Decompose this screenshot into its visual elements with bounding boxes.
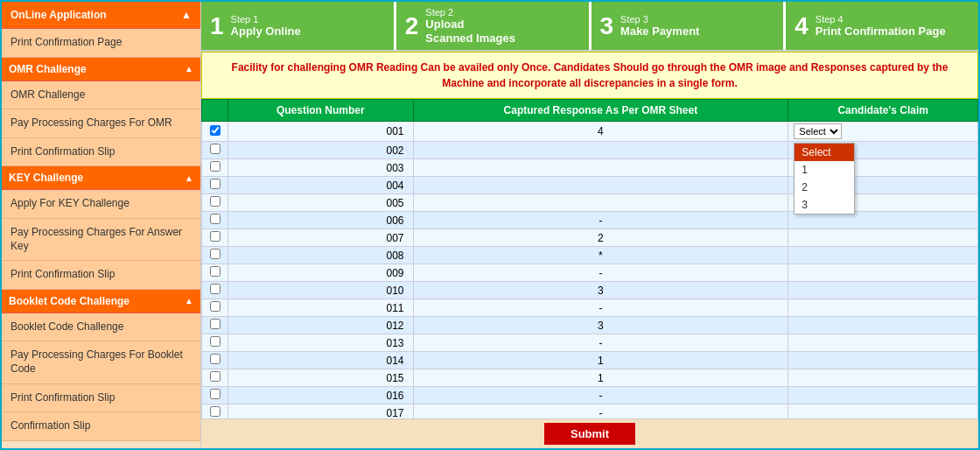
dropdown-option[interactable]: 1 (794, 161, 854, 179)
row-checkbox[interactable] (210, 284, 220, 294)
step-1-text: Step 1 Apply Online (231, 14, 301, 39)
row-checkbox[interactable] (210, 354, 220, 364)
step-4-text: Step 4 Print Confirmation Page (816, 14, 946, 39)
omr-challenge-arrow: ▲ (185, 64, 193, 74)
sidebar-item-print-confirmation-booklet[interactable]: Print Confirmation Slip (2, 384, 200, 413)
col-captured-response: Captured Response As Per OMR Sheet (413, 100, 788, 122)
table-row: 003 (202, 159, 978, 177)
row-checkbox[interactable] (210, 389, 220, 399)
table-row: 013- (202, 334, 978, 352)
candidate-claim[interactable] (788, 334, 978, 352)
table-row: 004 (202, 177, 978, 194)
question-number: 016 (228, 387, 414, 404)
sidebar-item-omr-challenge[interactable]: OMR Challenge (2, 81, 200, 110)
candidate-claim[interactable] (788, 264, 978, 282)
row-checkbox[interactable] (210, 144, 220, 154)
step-3[interactable]: 3 Step 3 Make Payment (592, 2, 787, 50)
dropdown-option[interactable]: 3 (794, 196, 854, 214)
candidate-claim[interactable] (788, 282, 978, 299)
table-row: 0151 (202, 369, 978, 387)
row-checkbox-cell (202, 194, 228, 212)
candidate-claim[interactable] (788, 247, 978, 264)
sidebar-item-confirmation-slip[interactable]: Confirmation Slip (2, 412, 200, 441)
captured-response: 1 (413, 352, 788, 369)
question-number: 001 (228, 122, 414, 142)
candidate-claim[interactable] (788, 404, 978, 418)
question-number: 006 (228, 212, 414, 229)
sidebar-item-pay-processing-omr[interactable]: Pay Processing Charges For OMR (2, 109, 200, 138)
dropdown-option[interactable]: Select (794, 144, 854, 161)
row-checkbox[interactable] (210, 319, 220, 329)
row-checkbox[interactable] (210, 406, 220, 417)
step-1-number: 1 (210, 14, 224, 39)
captured-response (413, 177, 788, 194)
row-checkbox[interactable] (210, 161, 220, 172)
question-number: 017 (228, 404, 414, 418)
table-scroll[interactable]: Question Number Captured Response As Per… (201, 99, 978, 418)
candidate-claim[interactable]: Select123Select123 (788, 122, 978, 142)
submit-button[interactable]: Submit (544, 423, 635, 445)
step-2[interactable]: 2 Step 2 UploadScanned Images (396, 2, 592, 50)
table-row: 0141 (202, 352, 978, 369)
omr-table: Question Number Captured Response As Per… (201, 99, 978, 418)
step-4[interactable]: 4 Step 4 Print Confirmation Page (786, 2, 978, 50)
row-checkbox[interactable] (210, 301, 220, 312)
captured-response: - (413, 387, 788, 404)
table-row: 0103 (202, 282, 978, 299)
captured-response: 2 (413, 229, 788, 247)
sidebar-header-online-application[interactable]: OnLine Application ▲ (2, 2, 200, 29)
row-checkbox[interactable] (210, 125, 220, 136)
candidate-claim[interactable] (788, 229, 978, 247)
row-checkbox[interactable] (210, 179, 220, 189)
sidebar-item-print-confirmation-page[interactable]: Print Confirmation Page (2, 29, 200, 58)
candidate-claim[interactable] (788, 352, 978, 369)
candidate-claim[interactable] (788, 369, 978, 387)
sidebar-item-apply-key-challenge[interactable]: Apply For KEY Challenge (2, 190, 200, 219)
row-checkbox-cell (202, 317, 228, 334)
sidebar: OnLine Application ▲ Print Confirmation … (2, 2, 201, 448)
table-area: Question Number Captured Response As Per… (201, 99, 978, 448)
candidate-claim[interactable] (788, 387, 978, 404)
captured-response: 4 (413, 122, 788, 142)
dropdown-option[interactable]: 2 (794, 179, 854, 196)
row-checkbox-cell (202, 177, 228, 194)
col-candidates-claim: Candidate's Claim (788, 100, 978, 122)
sidebar-header-key-challenge[interactable]: KEY Challenge ▲ (2, 166, 200, 190)
row-checkbox-cell (202, 229, 228, 247)
sidebar-header-booklet-code[interactable]: Booklet Code Challenge ▲ (2, 290, 200, 313)
sidebar-header-omr-challenge[interactable]: OMR Challenge ▲ (2, 58, 200, 81)
captured-response (413, 159, 788, 177)
row-checkbox-cell (202, 369, 228, 387)
captured-response: * (413, 247, 788, 264)
row-checkbox[interactable] (210, 214, 220, 224)
question-number: 010 (228, 282, 414, 299)
sidebar-item-booklet-code-challenge[interactable]: Booklet Code Challenge (2, 313, 200, 342)
row-checkbox[interactable] (210, 196, 220, 207)
row-checkbox[interactable] (210, 249, 220, 259)
submit-area: Submit (201, 418, 978, 448)
row-checkbox[interactable] (210, 336, 220, 347)
row-checkbox[interactable] (210, 371, 220, 382)
step-2-number: 2 (405, 14, 419, 39)
table-row: 0123 (202, 317, 978, 334)
sidebar-item-print-confirmation-key[interactable]: Print Confirmation Slip (2, 261, 200, 290)
table-row: 002 (202, 142, 978, 159)
row-checkbox[interactable] (210, 231, 220, 242)
claim-select[interactable]: Select123 (794, 123, 842, 139)
col-question-number: Question Number (228, 100, 414, 122)
candidate-claim[interactable] (788, 299, 978, 317)
steps-bar: 1 Step 1 Apply Online 2 Step 2 UploadSca… (201, 2, 978, 52)
question-number: 002 (228, 142, 414, 159)
step-2-text: Step 2 UploadScanned Images (425, 7, 515, 45)
sidebar-item-print-confirmation-omr[interactable]: Print Confirmation Slip (2, 138, 200, 167)
row-checkbox[interactable] (210, 266, 220, 277)
question-number: 013 (228, 334, 414, 352)
sidebar-item-pay-processing-key[interactable]: Pay Processing Charges For Answer Key (2, 219, 200, 261)
claim-dropdown-open[interactable]: Select123 (794, 143, 855, 214)
candidate-claim[interactable] (788, 317, 978, 334)
sidebar-item-pay-processing-booklet[interactable]: Pay Processing Charges For Booklet Code (2, 341, 200, 383)
row-checkbox-cell (202, 264, 228, 282)
step-1[interactable]: 1 Step 1 Apply Online (201, 2, 396, 50)
captured-response (413, 194, 788, 212)
row-checkbox-cell (202, 404, 228, 418)
